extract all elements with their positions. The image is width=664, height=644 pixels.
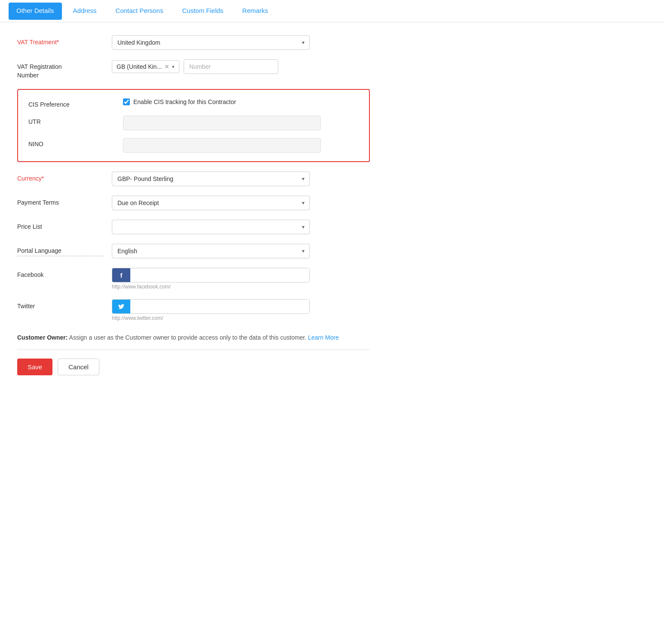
portal-language-select[interactable]: English French German Spanish <box>112 244 310 258</box>
twitter-input-wrapper <box>112 299 310 314</box>
portal-language-select-wrapper: English French German Spanish <box>112 244 310 258</box>
vat-reg-label: VAT RegistrationNumber <box>17 59 103 80</box>
price-list-select[interactable] <box>112 220 310 234</box>
cis-checkbox-row: Enable CIS tracking for this Contractor <box>123 98 359 105</box>
price-list-row: Price List <box>17 220 370 234</box>
payment-terms-label: Payment Terms <box>17 196 103 206</box>
nino-control <box>123 138 359 153</box>
tab-custom-fields[interactable]: Custom Fields <box>174 0 231 22</box>
utr-row: UTR <box>28 116 359 130</box>
customer-owner-description: Assign a user as the Customer owner to p… <box>69 334 307 341</box>
twitter-row: Twitter http://www.twitter.com/ <box>17 299 370 321</box>
facebook-label: Facebook <box>17 268 103 278</box>
cancel-button[interactable]: Cancel <box>58 359 99 375</box>
currency-select-wrapper: GBP- Pound Sterling USD- US Dollar EUR- … <box>112 172 310 186</box>
currency-row: Currency* GBP- Pound Sterling USD- US Do… <box>17 172 370 186</box>
nino-row: NINO <box>28 138 359 153</box>
customer-owner-learn-more-link[interactable]: Learn More <box>308 334 339 341</box>
payment-terms-row: Payment Terms Due on Receipt Net 15 Net … <box>17 196 370 210</box>
utr-label: UTR <box>28 116 114 125</box>
cis-preference-label: CIS Preference <box>28 98 114 108</box>
payment-terms-select-wrapper: Due on Receipt Net 15 Net 30 Net 45 Net … <box>112 196 310 210</box>
facebook-row: Facebook f http://www.facebook.com/ <box>17 268 370 290</box>
vat-reg-input-row: GB (United Kin... ✕ ▾ <box>112 59 370 74</box>
vat-reg-row: VAT RegistrationNumber GB (United Kin...… <box>17 59 370 80</box>
portal-language-label: Portal Language <box>17 244 103 256</box>
vat-country-code-remove[interactable]: ✕ <box>164 64 169 70</box>
price-list-control <box>112 220 370 234</box>
twitter-input[interactable] <box>130 300 309 313</box>
twitter-label: Twitter <box>17 299 103 310</box>
payment-terms-control: Due on Receipt Net 15 Net 30 Net 45 Net … <box>112 196 370 210</box>
tab-other-details[interactable]: Other Details <box>9 3 62 20</box>
twitter-hint: http://www.twitter.com/ <box>112 315 370 321</box>
vat-treatment-select-wrapper: United Kingdom VAT Registered Non-VAT Re… <box>112 35 310 50</box>
utr-input-display <box>123 116 321 130</box>
tab-remarks[interactable]: Remarks <box>234 0 276 22</box>
cis-checkbox[interactable] <box>123 98 130 105</box>
nino-input-display <box>123 138 321 153</box>
vat-treatment-label: VAT Treatment* <box>17 35 103 46</box>
save-button[interactable]: Save <box>17 359 52 375</box>
facebook-icon: f <box>112 268 130 282</box>
page-wrapper: Other Details Address Contact Persons Cu… <box>0 0 664 388</box>
vat-treatment-select[interactable]: United Kingdom VAT Registered Non-VAT Re… <box>112 35 310 50</box>
tab-contact-persons[interactable]: Contact Persons <box>108 0 171 22</box>
vat-country-code-select[interactable]: GB (United Kin... ✕ ▾ <box>112 60 179 73</box>
twitter-control: http://www.twitter.com/ <box>112 299 370 321</box>
facebook-input[interactable] <box>130 268 309 282</box>
customer-owner-label: Customer Owner: <box>17 334 68 341</box>
cis-checkbox-label[interactable]: Enable CIS tracking for this Contractor <box>133 98 236 105</box>
cis-preference-control: Enable CIS tracking for this Contractor <box>123 98 359 105</box>
payment-terms-select[interactable]: Due on Receipt Net 15 Net 30 Net 45 Net … <box>112 196 310 210</box>
utr-control <box>123 116 359 130</box>
twitter-icon <box>112 300 130 313</box>
portal-language-control: English French German Spanish <box>112 244 370 258</box>
vat-treatment-row: VAT Treatment* United Kingdom VAT Regist… <box>17 35 370 50</box>
facebook-input-wrapper: f <box>112 268 310 282</box>
cis-preference-row: CIS Preference Enable CIS tracking for t… <box>28 98 359 108</box>
vat-number-input[interactable] <box>184 59 278 74</box>
vat-country-code-label: GB (United Kin... <box>117 63 162 70</box>
tab-bar: Other Details Address Contact Persons Cu… <box>0 0 664 22</box>
currency-select[interactable]: GBP- Pound Sterling USD- US Dollar EUR- … <box>112 172 310 186</box>
tab-address[interactable]: Address <box>65 0 105 22</box>
vat-country-chevron-icon: ▾ <box>172 64 175 70</box>
currency-label: Currency* <box>17 172 103 182</box>
customer-owner-notice: Customer Owner: Assign a user as the Cus… <box>17 334 370 341</box>
facebook-control: f http://www.facebook.com/ <box>112 268 370 290</box>
portal-language-row: Portal Language English French German Sp… <box>17 244 370 258</box>
facebook-hint: http://www.facebook.com/ <box>112 284 370 290</box>
currency-control: GBP- Pound Sterling USD- US Dollar EUR- … <box>112 172 370 186</box>
cis-preference-box: CIS Preference Enable CIS tracking for t… <box>17 89 370 162</box>
vat-treatment-control: United Kingdom VAT Registered Non-VAT Re… <box>112 35 370 50</box>
price-list-select-wrapper <box>112 220 310 234</box>
nino-label: NINO <box>28 138 114 147</box>
footer-buttons: Save Cancel <box>17 350 370 375</box>
vat-reg-control: GB (United Kin... ✕ ▾ <box>112 59 370 74</box>
form-content: VAT Treatment* United Kingdom VAT Regist… <box>0 22 387 388</box>
price-list-label: Price List <box>17 220 103 230</box>
